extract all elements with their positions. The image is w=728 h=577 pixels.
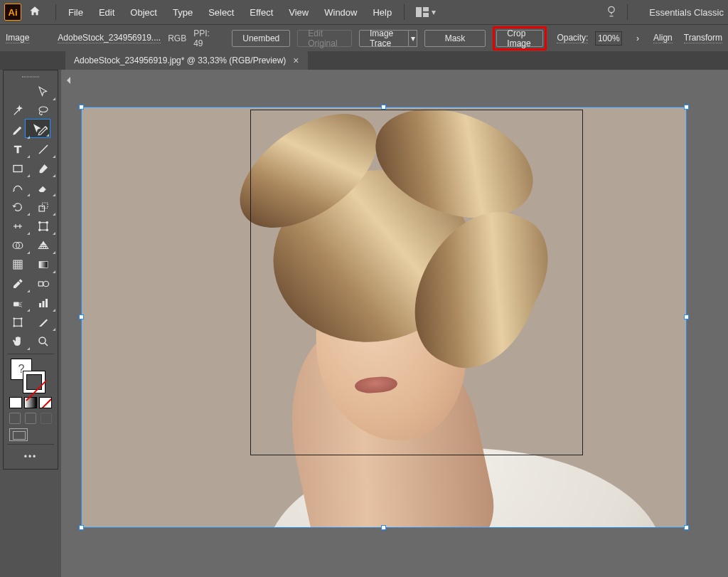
edit-toolbar-button[interactable]: ••• (5, 452, 56, 462)
svg-point-18 (43, 281, 49, 287)
opacity-value-field[interactable]: 100% (595, 31, 622, 46)
zoom-tool[interactable] (31, 332, 56, 351)
image-trace-button[interactable]: Image Trace (359, 30, 409, 47)
shaper-tool[interactable] (5, 178, 31, 197)
eyedropper-tool[interactable] (5, 274, 31, 293)
svg-point-9 (39, 221, 41, 223)
gradient-tool[interactable] (31, 255, 56, 274)
slice-tool[interactable] (31, 312, 56, 332)
color-mode-label: RGB (168, 33, 186, 43)
svg-rect-5 (14, 165, 22, 171)
artboard-tool[interactable] (5, 312, 31, 332)
perspective-grid-tool[interactable] (31, 235, 56, 255)
image-trace-dropdown[interactable]: ▾ (409, 30, 417, 47)
menu-file[interactable]: File (60, 7, 91, 18)
pen-tool[interactable] (5, 120, 31, 139)
crop-image-button[interactable]: Crop Image (496, 30, 543, 47)
main-menu: File Edit Object Type Select Effect View… (60, 7, 400, 18)
column-graph-tool[interactable] (31, 293, 56, 312)
document-tab-strip: AdobeStock_234956919.jpg* @ 33,33% (RGB/… (0, 51, 728, 70)
svg-rect-17 (38, 282, 43, 286)
svg-point-4 (39, 107, 48, 112)
unembed-button[interactable]: Unembed (232, 30, 290, 47)
svg-point-12 (46, 229, 48, 231)
app-logo: Ai (4, 4, 21, 21)
none-fill-mode[interactable] (39, 397, 52, 408)
rectangle-tool[interactable] (5, 159, 31, 178)
svg-rect-0 (416, 7, 422, 17)
placed-image[interactable] (81, 107, 687, 528)
menu-window[interactable]: Window (316, 7, 365, 18)
crop-image-highlight: Crop Image (493, 26, 547, 51)
svg-rect-23 (14, 318, 22, 326)
document-tab[interactable]: AdobeStock_234956919.jpg* @ 33,33% (RGB/… (65, 51, 308, 70)
linked-file-name[interactable]: AdobeStock_234956919.... (58, 33, 161, 43)
document-area[interactable] (61, 70, 728, 577)
lasso-tool[interactable] (31, 101, 56, 120)
more-options-chevron-icon[interactable]: › (636, 33, 639, 43)
menu-effect[interactable]: Effect (242, 7, 281, 18)
paintbrush-tool[interactable] (31, 159, 56, 178)
menu-object[interactable]: Object (122, 7, 165, 18)
panel-grip-icon[interactable] (5, 73, 56, 80)
screen-mode[interactable] (9, 428, 52, 441)
rotate-tool[interactable] (5, 197, 31, 216)
blend-tool[interactable] (31, 274, 56, 293)
svg-rect-8 (40, 222, 48, 230)
svg-rect-7 (43, 203, 48, 208)
draw-normal-mode[interactable] (9, 413, 21, 424)
scale-tool[interactable] (31, 197, 56, 216)
svg-rect-2 (423, 13, 429, 17)
close-tab-icon[interactable]: × (293, 55, 299, 66)
color-fill-mode[interactable] (9, 397, 22, 408)
width-tool[interactable] (5, 216, 31, 235)
curvature-tool[interactable] (31, 120, 56, 139)
type-tool[interactable] (5, 139, 31, 159)
color-mode-swatches (9, 397, 52, 408)
svg-rect-19 (14, 302, 19, 306)
magic-wand-tool[interactable] (5, 101, 31, 120)
opacity-label[interactable]: Opacity: (557, 33, 588, 43)
menu-type[interactable]: Type (165, 7, 200, 18)
selection-type-label[interactable]: Image (6, 33, 29, 43)
menu-separator (627, 4, 628, 20)
fill-stroke-indicator[interactable]: ? (9, 357, 52, 394)
tools-panel: ? ••• (3, 70, 58, 470)
search-discover-icon[interactable] (604, 4, 619, 21)
ppi-label: PPI: 49 (193, 28, 213, 48)
shape-builder-tool[interactable] (5, 235, 31, 255)
svg-rect-16 (39, 261, 48, 268)
transform-label[interactable]: Transform (684, 33, 722, 43)
edit-original-button: Edit Original (297, 30, 352, 47)
menu-separator (55, 4, 56, 20)
chevron-down-icon: ▾ (411, 33, 415, 43)
mask-button[interactable]: Mask (424, 30, 486, 47)
free-transform-tool[interactable] (31, 216, 56, 235)
menu-select[interactable]: Select (200, 7, 242, 18)
draw-inside-mode[interactable] (41, 413, 52, 424)
arrange-documents-icon[interactable]: ▾ (416, 7, 436, 17)
hand-tool[interactable] (5, 332, 31, 351)
application-menubar: Ai File Edit Object Type Select Effect V… (0, 0, 728, 24)
draw-modes (9, 413, 52, 424)
menu-separator (404, 4, 405, 20)
menu-edit[interactable]: Edit (91, 7, 122, 18)
menu-help[interactable]: Help (365, 7, 400, 18)
svg-rect-22 (46, 299, 48, 307)
menu-view[interactable]: View (281, 7, 316, 18)
workspace-switcher[interactable]: Essentials Classic (649, 7, 724, 18)
mesh-tool[interactable] (5, 255, 31, 274)
eraser-tool[interactable] (31, 178, 56, 197)
control-bar: Image AdobeStock_234956919.... RGB PPI: … (0, 24, 728, 51)
panel-collapse-chevron-icon[interactable] (65, 75, 73, 88)
svg-rect-1 (423, 7, 429, 11)
home-icon[interactable] (28, 5, 41, 20)
stroke-swatch[interactable] (23, 371, 45, 393)
align-label[interactable]: Align (653, 33, 673, 43)
draw-behind-mode[interactable] (25, 413, 36, 424)
line-segment-tool[interactable] (31, 139, 56, 159)
svg-rect-6 (39, 206, 45, 211)
symbol-sprayer-tool[interactable] (5, 293, 31, 312)
svg-point-3 (609, 6, 614, 12)
direct-selection-tool[interactable] (31, 82, 56, 101)
